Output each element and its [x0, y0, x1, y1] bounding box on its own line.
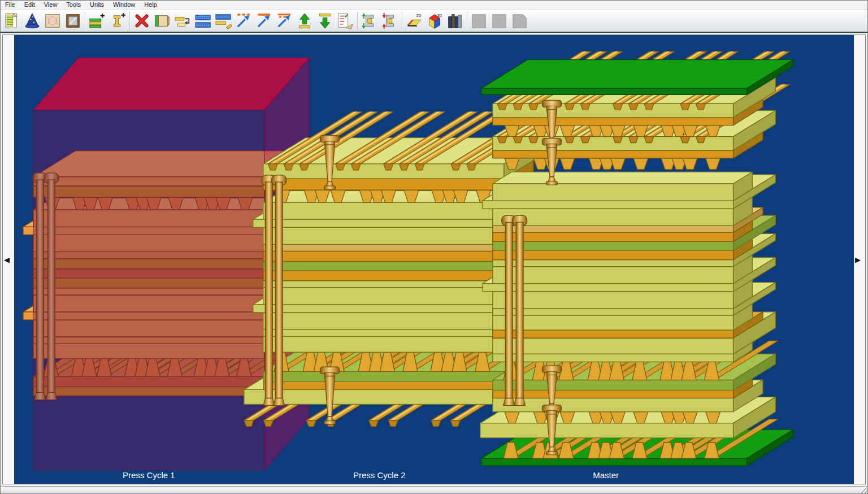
- app-window: File Edit View Tools Units Window Help 2…: [0, 0, 868, 494]
- svg-text:2D: 2D: [416, 14, 422, 18]
- toolbar-mirror-stack-button[interactable]: [63, 10, 83, 31]
- toolbar-view-3d-button[interactable]: 3D: [424, 10, 445, 31]
- toolbar-dimension-bar-button[interactable]: [274, 10, 294, 31]
- dimension-caps-icon: [258, 13, 271, 26]
- stackup-canvas[interactable]: Press Cycle 1 Press Cycle 2 Master: [14, 35, 854, 484]
- toolbar-dimension-caps-button[interactable]: [254, 10, 274, 31]
- toolbar-separator: [129, 12, 130, 30]
- report-3d-icon: [449, 14, 462, 27]
- view-3d-icon: 3D: [429, 13, 442, 28]
- svg-text:3D: 3D: [437, 13, 442, 17]
- toolbar-verify-stackup-button[interactable]: [335, 10, 355, 31]
- toolbar-delete-button[interactable]: [132, 10, 152, 31]
- unwrap-layer-icon: [155, 15, 169, 26]
- mirror-stack-icon: [67, 14, 80, 27]
- menu-window[interactable]: Window: [108, 1, 140, 10]
- add-pin-icon: [114, 12, 125, 26]
- toolbar-move-layer-up-button[interactable]: [294, 10, 315, 31]
- menu-edit[interactable]: Edit: [20, 1, 40, 10]
- next-arrow-icon[interactable]: ▶: [855, 256, 861, 263]
- add-laminate-icon: [90, 13, 105, 27]
- toolbar-new-stackup-button[interactable]: [2, 10, 22, 31]
- prev-arrow-icon[interactable]: ◀: [4, 256, 10, 263]
- toolbar-material-library-button[interactable]: [42, 10, 63, 31]
- toolbar: 2D3D: [1, 10, 867, 33]
- stack-label-press-cycle-2: Press Cycle 2: [353, 470, 406, 480]
- stackup-panel: ◀ Press Cycle 1 Press Cycle 2 Master ▶: [2, 34, 866, 484]
- toolbar-unwrap-layer-button[interactable]: [152, 10, 172, 31]
- stack-label-master: Master: [593, 470, 619, 480]
- paste-layers-icon: [196, 15, 210, 27]
- new-stackup-icon: [6, 13, 17, 27]
- nav-strip-left: ◀: [3, 35, 14, 484]
- resize-grip[interactable]: [860, 487, 867, 493]
- release-clamp-icon: [382, 12, 393, 28]
- edit-layers-icon: [216, 14, 232, 29]
- stackup-wizard-icon: [25, 13, 39, 28]
- stack-label-press-cycle-1: Press Cycle 1: [123, 470, 175, 480]
- toolbar-disabled-slot-3-button: [510, 10, 530, 31]
- toolbar-separator: [85, 12, 85, 30]
- view-2d-icon: 2D: [407, 14, 422, 26]
- toolbar-separator: [467, 12, 467, 30]
- delete-icon: [137, 16, 147, 25]
- menu-tools[interactable]: Tools: [62, 1, 85, 10]
- toolbar-disabled-slot-2-button: [489, 10, 510, 31]
- move-layer-up-icon: [300, 13, 310, 28]
- toolbar-separator: [357, 12, 358, 30]
- workspace: ◀ Press Cycle 1 Press Cycle 2 Master ▶: [1, 33, 867, 486]
- stackup-scene: [14, 35, 854, 484]
- disabled-slot-2-icon: [493, 14, 506, 27]
- dimension-bar-icon: [278, 13, 291, 26]
- toolbar-add-pin-button[interactable]: [107, 10, 128, 31]
- toolbar-stackup-wizard-button[interactable]: [22, 10, 42, 31]
- toolbar-separator: [402, 12, 402, 30]
- toolbar-report-3d-button[interactable]: [445, 10, 465, 31]
- dimension-free-icon: [237, 13, 250, 26]
- toolbar-move-copy-layer-button[interactable]: [172, 10, 193, 31]
- toolbar-view-2d-button[interactable]: 2D: [404, 10, 424, 31]
- toolbar-add-laminate-button[interactable]: [87, 10, 107, 31]
- toolbar-paste-layers-button[interactable]: [193, 10, 213, 31]
- nav-strip-right: ▶: [854, 35, 865, 484]
- verify-stackup-icon: [338, 13, 353, 28]
- menu-file[interactable]: File: [1, 1, 20, 10]
- toolbar-edit-layers-button[interactable]: [213, 10, 233, 31]
- toolbar-disabled-slot-1-button: [469, 10, 489, 31]
- material-library-icon: [46, 14, 59, 27]
- menu-bar: File Edit View Tools Units Window Help: [1, 1, 867, 10]
- disabled-slot-3-icon: [513, 14, 526, 27]
- toolbar-move-layer-down-button[interactable]: [315, 10, 335, 31]
- disabled-slot-1-icon: [472, 14, 485, 27]
- press-clamp-icon: [362, 12, 373, 28]
- menu-units[interactable]: Units: [85, 1, 108, 10]
- menu-help[interactable]: Help: [140, 1, 162, 10]
- move-layer-down-icon: [320, 14, 331, 28]
- status-bar: [1, 486, 867, 493]
- toolbar-press-clamp-button[interactable]: [359, 10, 380, 31]
- move-copy-layer-icon: [175, 17, 189, 26]
- toolbar-release-clamp-button[interactable]: [380, 10, 400, 31]
- menu-view[interactable]: View: [40, 1, 62, 10]
- toolbar-dimension-free-button[interactable]: [233, 10, 254, 31]
